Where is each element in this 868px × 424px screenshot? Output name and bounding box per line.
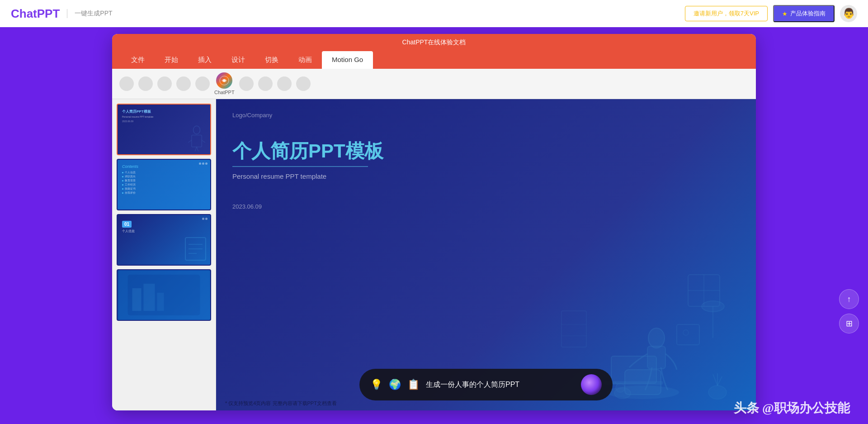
svg-point-1	[223, 79, 226, 82]
slide1-subtitle: Personal resume PPT template	[122, 115, 206, 118]
slide-main-title: 个人简历PPT模板	[232, 140, 383, 162]
contents-title: Contents	[122, 164, 206, 169]
slide3-dots	[202, 218, 208, 220]
right-side-buttons: ↑ ⊞	[839, 289, 859, 333]
chatppt-label: ChatPPT	[214, 90, 235, 95]
slide1-title: 个人简历PPT模板	[122, 109, 206, 114]
experience-button[interactable]: ★ 产品体验指南	[773, 5, 835, 22]
svg-point-30	[708, 386, 726, 399]
toolbar-chatppt[interactable]: ChatPPT	[214, 72, 235, 95]
slide-thumb-3[interactable]: 01 个人信息	[117, 214, 211, 266]
scroll-up-button[interactable]: ↑	[839, 289, 859, 309]
toolbar-icon-9	[296, 76, 311, 91]
contents-item-2: 求职意向	[122, 175, 206, 178]
svg-point-29	[702, 301, 724, 312]
contents-item-5: 技能证书	[122, 187, 206, 191]
slide1-figure	[185, 125, 208, 152]
svg-rect-22	[647, 346, 665, 369]
ppt-title-bar: ChatPPT在线体验文档	[112, 34, 756, 51]
qr-code-button[interactable]: ⊞	[839, 314, 859, 333]
overlay-emoji-1: 💡	[370, 379, 382, 391]
ppt-menu-bar: 文件 开始 插入 设计 切换 动画 Motion Go	[112, 51, 756, 69]
toolbar-icon-4	[176, 76, 191, 91]
svg-rect-14	[132, 288, 142, 311]
toolbar-icon-3	[157, 76, 172, 91]
svg-line-4	[195, 147, 197, 152]
contents-item-4: 工作经历	[122, 183, 206, 186]
logo-ppt-part: PPT	[37, 7, 60, 20]
slide-thumb-4[interactable]	[117, 269, 211, 321]
menu-animation[interactable]: 动画	[288, 51, 322, 69]
ppt-window: ChatPPT在线体验文档 文件 开始 插入 设计 切换 动画 Motion G…	[112, 34, 756, 410]
experience-label: 产品体验指南	[790, 10, 826, 18]
preview-note-text: * 仅支持预览4页内容 完整内容请下载PPT文档查看	[225, 400, 337, 406]
slide-3-content: 01 个人信息	[118, 215, 210, 265]
toolbar-icon-7	[258, 76, 273, 91]
chatppt-icon	[216, 72, 232, 89]
svg-line-6	[188, 140, 192, 143]
slide3-label: 个人信息	[122, 229, 206, 233]
toolbar-icon-8	[277, 76, 292, 91]
star-icon: ★	[782, 10, 788, 17]
toolbar-icon-6	[239, 76, 254, 91]
slide-1-content: 个人简历PPT模板 Personal resume PPT template 2…	[118, 105, 210, 154]
menu-file[interactable]: 文件	[121, 51, 155, 69]
overlay-emoji-3: 📋	[407, 379, 420, 391]
slide1-date: 2023.06.09	[122, 120, 206, 123]
avatar-emoji: 👨	[843, 8, 855, 19]
slide3-figure	[183, 235, 208, 262]
slide-divider-line	[232, 166, 368, 167]
logo-chat-part: Chat	[11, 7, 37, 20]
bottom-overlay-bar[interactable]: 💡 🌍 📋 生成一份人事的个人简历PPT	[359, 369, 613, 400]
nav-subtitle: 一键生成PPT	[75, 10, 112, 18]
svg-rect-20	[604, 381, 663, 385]
svg-line-32	[717, 376, 722, 386]
slide-thumb-2[interactable]: Contents 个人信息 求职意向 教育背景 工作经历 技能证书 自我评价	[117, 159, 211, 210]
toolbar-icon-1	[119, 76, 134, 91]
qr-icon: ⊞	[846, 319, 853, 329]
overlay-orb[interactable]	[581, 374, 602, 395]
invite-button[interactable]: 邀请新用户，领取7天VIP	[685, 6, 768, 21]
ppt-title: ChatPPT在线体验文档	[402, 38, 466, 46]
slides-panel[interactable]: 个人简历PPT模板 Personal resume PPT template 2…	[112, 99, 216, 410]
toolbar-icon-2	[138, 76, 153, 91]
menu-insert[interactable]: 插入	[188, 51, 222, 69]
slide-logo-company: Logo/Company	[232, 112, 272, 119]
nav-right-section: 邀请新用户，领取7天VIP ★ 产品体验指南 👨	[685, 5, 857, 22]
slide-main-subtitle: Personal resume PPT template	[232, 172, 326, 180]
ppt-content-area: 个人简历PPT模板 Personal resume PPT template 2…	[112, 99, 756, 410]
ppt-toolbar: ChatPPT	[112, 69, 756, 99]
main-slide-view: Logo/Company 个人简历PPT模板 Personal resume P…	[216, 99, 756, 410]
svg-line-5	[197, 147, 198, 152]
up-arrow-icon: ↑	[847, 295, 851, 304]
slide-2-content: Contents 个人信息 求职意向 教育背景 工作经历 技能证书 自我评价	[118, 160, 210, 210]
overlay-emoji-2: 🌍	[389, 379, 401, 391]
app-logo: ChatPPT	[11, 7, 60, 21]
top-navigation: ChatPPT 一键生成PPT 邀请新用户，领取7天VIP ★ 产品体验指南 👨	[0, 0, 868, 27]
svg-rect-15	[144, 284, 155, 311]
menu-design[interactable]: 设计	[222, 51, 255, 69]
overlay-prompt-text: 生成一份人事的个人简历PPT	[426, 380, 575, 390]
contents-item-6: 自我评价	[122, 191, 206, 195]
avatar[interactable]: 👨	[840, 5, 857, 22]
slide-thumb-1[interactable]: 个人简历PPT模板 Personal resume PPT template 2…	[117, 104, 211, 155]
contents-item-3: 教育背景	[122, 179, 206, 182]
svg-point-27	[683, 330, 689, 335]
svg-line-31	[713, 374, 717, 386]
nav-divider	[67, 9, 67, 18]
svg-rect-16	[157, 293, 164, 311]
menu-start[interactable]: 开始	[155, 51, 188, 69]
svg-line-7	[202, 140, 205, 143]
contents-item-1: 个人信息	[122, 171, 206, 174]
slide3-number: 01	[122, 221, 132, 228]
toolbar-icon-5	[195, 76, 210, 91]
chatppt-svg	[219, 76, 229, 86]
slide4-bg-image	[118, 270, 210, 320]
slide2-dots	[199, 162, 208, 165]
menu-motion-go[interactable]: Motion Go	[322, 51, 373, 69]
slide-4-content	[118, 270, 210, 320]
svg-rect-3	[192, 135, 202, 147]
watermark-text: 头条 @职场办公技能	[734, 400, 850, 417]
menu-switch[interactable]: 切换	[255, 51, 288, 69]
svg-rect-36	[561, 311, 586, 347]
